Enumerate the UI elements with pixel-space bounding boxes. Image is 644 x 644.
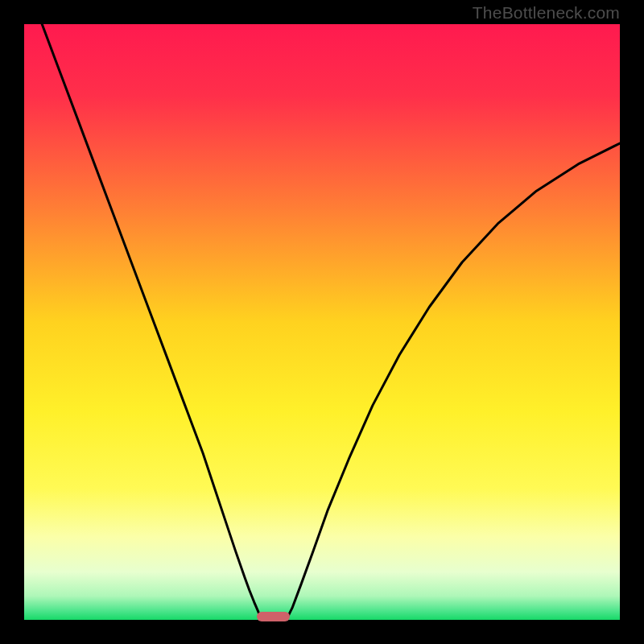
bottleneck-marker <box>257 612 290 621</box>
curve-left-branch <box>42 24 262 620</box>
curve-right-branch <box>287 143 620 620</box>
chart-curve-layer <box>24 24 620 620</box>
watermark-text: TheBottleneck.com <box>473 3 620 23</box>
chart-frame <box>24 24 620 620</box>
